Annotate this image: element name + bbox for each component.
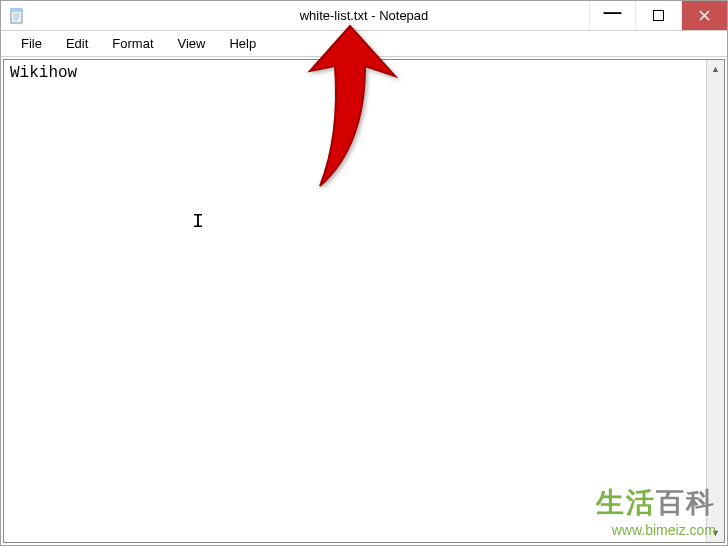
minimize-button[interactable]: —: [589, 1, 635, 30]
watermark: 生活百科 www.bimeiz.com: [596, 484, 716, 538]
menu-help[interactable]: Help: [217, 33, 268, 54]
svg-rect-1: [11, 9, 22, 12]
watermark-title: 生活百科: [596, 484, 716, 522]
scroll-up-arrow-icon[interactable]: ▲: [707, 60, 724, 78]
notepad-window: white-list.txt - Notepad — File Edit For…: [0, 0, 728, 546]
text-editor[interactable]: Wikihow: [4, 60, 706, 542]
menu-format[interactable]: Format: [100, 33, 165, 54]
menu-file[interactable]: File: [9, 33, 54, 54]
notepad-icon: [9, 8, 25, 24]
close-button[interactable]: [681, 1, 727, 30]
watermark-text-2: 百科: [656, 487, 716, 518]
window-title: white-list.txt - Notepad: [300, 8, 429, 23]
editor-wrapper: Wikihow ▲ ▼ I: [3, 59, 725, 543]
watermark-text-1: 生活: [596, 487, 656, 518]
menu-bar: File Edit Format View Help: [1, 31, 727, 57]
watermark-url: www.bimeiz.com: [596, 522, 716, 538]
vertical-scrollbar[interactable]: ▲ ▼: [706, 60, 724, 542]
window-controls: —: [589, 1, 727, 30]
title-bar[interactable]: white-list.txt - Notepad —: [1, 1, 727, 31]
svg-rect-6: [654, 11, 664, 21]
maximize-button[interactable]: [635, 1, 681, 30]
menu-view[interactable]: View: [166, 33, 218, 54]
menu-edit[interactable]: Edit: [54, 33, 100, 54]
